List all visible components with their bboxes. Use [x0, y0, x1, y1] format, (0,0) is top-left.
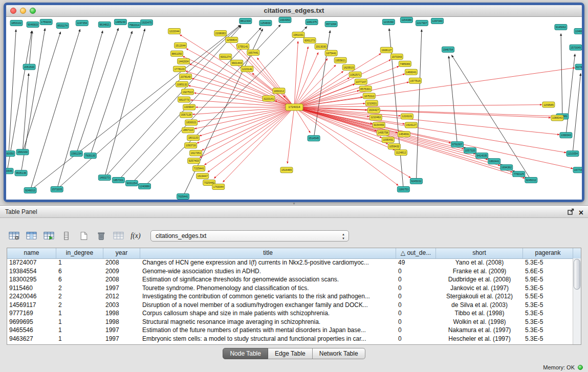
- graph-node[interactable]: 1724014: [286, 104, 303, 111]
- graph-node[interactable]: 1454691: [398, 132, 410, 137]
- graph-node[interactable]: 1617351: [190, 150, 202, 156]
- graph-node[interactable]: 1240886: [138, 184, 150, 189]
- table-row[interactable]: 2242004622012Investigating the contribut…: [7, 292, 573, 301]
- table-row[interactable]: 1830029562008Estimation of significance …: [7, 275, 573, 284]
- graph-node[interactable]: 1514545: [308, 136, 320, 141]
- graph-node[interactable]: 1946794: [442, 47, 454, 52]
- graph-node[interactable]: 1763044: [212, 184, 225, 190]
- graph-node[interactable]: 1009947: [183, 104, 195, 110]
- table-selector-combobox[interactable]: citations_edges.txt ▲▼: [150, 230, 349, 242]
- graph-node[interactable]: 1186753: [397, 187, 409, 192]
- graph-node[interactable]: 1258804: [226, 37, 238, 42]
- graph-node[interactable]: 7582014: [128, 22, 140, 28]
- graph-node[interactable]: 6791907: [451, 142, 464, 147]
- graph-node[interactable]: 1759204: [40, 19, 52, 25]
- graph-node[interactable]: 2160050: [6, 151, 15, 157]
- graph-node[interactable]: 1197354: [76, 20, 88, 26]
- graph-node[interactable]: 1210631: [365, 100, 378, 106]
- graph-node[interactable]: 1913030: [315, 43, 327, 49]
- graph-node[interactable]: 1675441: [325, 50, 337, 56]
- graph-node[interactable]: 1657441: [247, 50, 259, 55]
- graph-node[interactable]: 1495758: [377, 130, 389, 136]
- graph-node[interactable]: 9257403: [188, 158, 200, 164]
- scrollbar-thumb[interactable]: [574, 259, 580, 290]
- row-selector-icon[interactable]: [59, 229, 73, 243]
- graph-node[interactable]: 6001274: [220, 54, 232, 59]
- graph-node[interactable]: 3220141: [263, 96, 275, 101]
- graph-node[interactable]: 8575301: [359, 86, 372, 92]
- graph-node[interactable]: 7635441: [177, 194, 189, 200]
- graph-node[interactable]: 1908127: [380, 47, 393, 53]
- graph-node[interactable]: 8812304: [239, 18, 252, 24]
- column-header-title[interactable]: title: [140, 248, 396, 258]
- graph-node[interactable]: 2051500: [23, 64, 35, 70]
- graph-node[interactable]: 1581930: [16, 149, 29, 155]
- graph-node[interactable]: 1629515: [342, 64, 355, 70]
- graph-node[interactable]: 1210462: [369, 115, 382, 120]
- graph-node[interactable]: 1222044: [168, 28, 181, 34]
- graph-node[interactable]: 1124812: [395, 150, 407, 156]
- graph-node[interactable]: 1088343: [551, 115, 563, 121]
- graph-node[interactable]: 7485083: [399, 61, 411, 67]
- table-row[interactable]: 1456911722003Disruption of a novel membe…: [7, 301, 573, 310]
- table-options-icon[interactable]: [7, 229, 20, 243]
- graph-node[interactable]: 1460273: [98, 175, 111, 181]
- graph-node[interactable]: 1210054: [567, 151, 579, 157]
- graph-node[interactable]: 7760125: [513, 171, 525, 177]
- graph-node[interactable]: 1190845: [6, 168, 13, 174]
- graph-node[interactable]: 1604427: [367, 107, 380, 113]
- graph-node[interactable]: 3067128: [180, 112, 192, 118]
- graph-node[interactable]: 8531174: [56, 23, 69, 28]
- graph-node[interactable]: 1577515: [409, 78, 421, 83]
- graph-node[interactable]: 1046820: [574, 28, 582, 34]
- graph-node[interactable]: 1970343: [390, 54, 403, 59]
- graph-node[interactable]: 1057320: [464, 148, 476, 154]
- close-window-button[interactable]: [10, 8, 16, 14]
- column-header-year[interactable]: year: [103, 248, 140, 258]
- graph-node[interactable]: 9245032: [410, 179, 422, 184]
- network-canvas[interactable]: 1853102904690317592048531174119735496348…: [6, 17, 582, 200]
- graph-node[interactable]: 9154469: [373, 122, 385, 128]
- column-header-out_degree[interactable]: △ out_de...: [396, 248, 436, 258]
- export-table-icon[interactable]: [42, 229, 55, 243]
- graph-node[interactable]: 1920475: [140, 19, 153, 25]
- graph-node[interactable]: 1059432: [388, 144, 400, 149]
- graph-node[interactable]: 9145062: [555, 24, 567, 30]
- graph-node[interactable]: 1062571: [349, 72, 361, 77]
- graph-node[interactable]: 1778103: [173, 66, 186, 72]
- graph-node[interactable]: 1573205: [51, 187, 63, 192]
- column-header-in_degree[interactable]: in_degree: [56, 248, 103, 258]
- graph-node[interactable]: 9901443: [231, 60, 243, 65]
- graph-node[interactable]: 1619447: [197, 173, 209, 179]
- minimize-window-button[interactable]: [20, 8, 26, 14]
- network-graph[interactable]: 1853102904690317592048531174119735496348…: [6, 17, 582, 200]
- graph-node[interactable]: 9414035: [476, 153, 488, 159]
- graph-node[interactable]: 1081375: [306, 19, 318, 25]
- graph-node[interactable]: 9571064: [325, 21, 337, 27]
- graph-node[interactable]: 1581234: [70, 151, 82, 157]
- tab-network-table[interactable]: Network Table: [313, 348, 365, 359]
- tab-edge-table[interactable]: Edge Table: [268, 348, 313, 359]
- graph-node[interactable]: 1077147: [355, 79, 367, 84]
- graph-node[interactable]: 9810773: [178, 97, 190, 102]
- table-row[interactable]: 977716911998Corpus callosum shape and si…: [7, 309, 573, 318]
- show-columns-icon[interactable]: [25, 229, 38, 243]
- graph-node[interactable]: 1573049: [570, 45, 582, 50]
- graph-node[interactable]: 1254830: [259, 20, 272, 26]
- table-row[interactable]: 1872400712008Changes of HCN gene express…: [7, 258, 573, 267]
- graph-node[interactable]: 1694362: [500, 165, 513, 170]
- graph-node[interactable]: 1068343: [560, 133, 572, 138]
- graph-node[interactable]: 1961031: [292, 32, 304, 37]
- graph-node[interactable]: 1216101: [401, 114, 413, 119]
- graph-node[interactable]: 1516465: [280, 167, 293, 173]
- graph-node[interactable]: 1664950: [279, 17, 291, 23]
- graph-node[interactable]: 1466041: [405, 69, 417, 75]
- zoom-window-button[interactable]: [30, 8, 36, 14]
- graph-node[interactable]: 1220141: [241, 66, 253, 72]
- graph-node[interactable]: 1830212: [273, 88, 285, 94]
- graph-node[interactable]: 2217907: [416, 20, 428, 26]
- graph-node[interactable]: 1297340: [431, 18, 443, 24]
- graph-node[interactable]: 1801133: [187, 135, 200, 141]
- graph-node[interactable]: 1616127: [405, 122, 417, 128]
- graph-node[interactable]: 9634821: [98, 21, 111, 27]
